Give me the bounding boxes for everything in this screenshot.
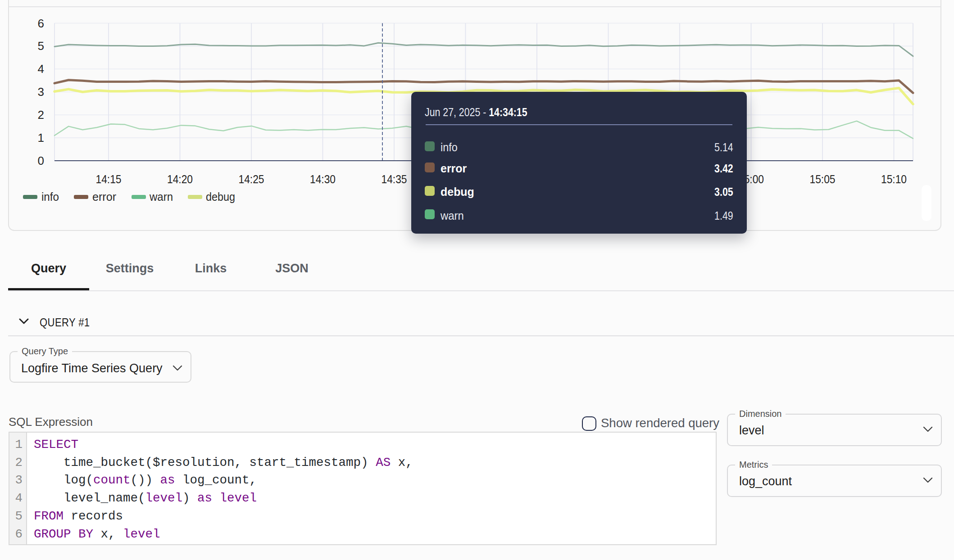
svg-text:info: info [41, 190, 59, 203]
svg-text:14:30: 14:30 [310, 172, 336, 186]
svg-text:14:35: 14:35 [382, 172, 407, 186]
svg-text:3: 3 [38, 85, 44, 99]
svg-text:2: 2 [38, 108, 44, 122]
svg-text:15:10: 15:10 [881, 172, 907, 186]
svg-text:15:05: 15:05 [810, 172, 836, 186]
svg-text:14:25: 14:25 [239, 172, 264, 186]
svg-text:error: error [92, 190, 116, 203]
svg-text:5: 5 [38, 39, 44, 53]
svg-text:1: 1 [38, 131, 44, 145]
svg-text:warn: warn [149, 190, 173, 203]
svg-text:debug: debug [206, 190, 235, 203]
svg-text:6: 6 [38, 17, 44, 30]
svg-text:4: 4 [38, 62, 44, 76]
svg-text:14:15: 14:15 [96, 172, 122, 186]
svg-text:0: 0 [38, 154, 44, 167]
svg-text:14:20: 14:20 [167, 172, 193, 186]
